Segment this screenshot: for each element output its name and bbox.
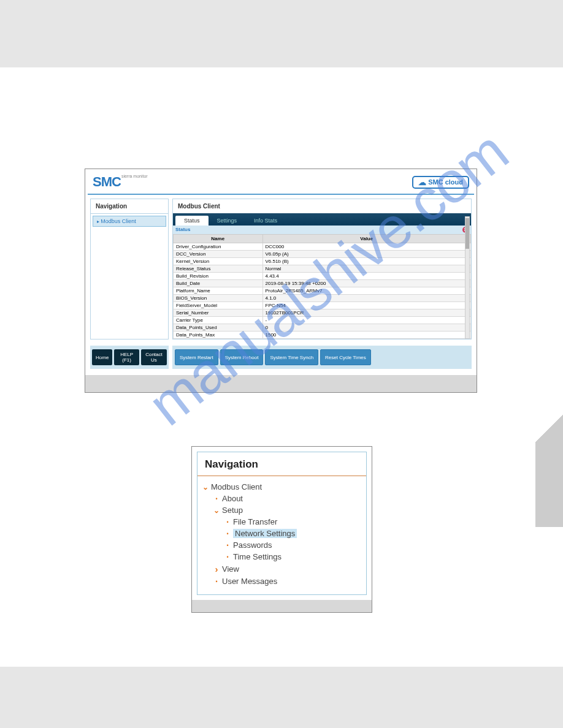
page-header-bar [0,0,563,67]
